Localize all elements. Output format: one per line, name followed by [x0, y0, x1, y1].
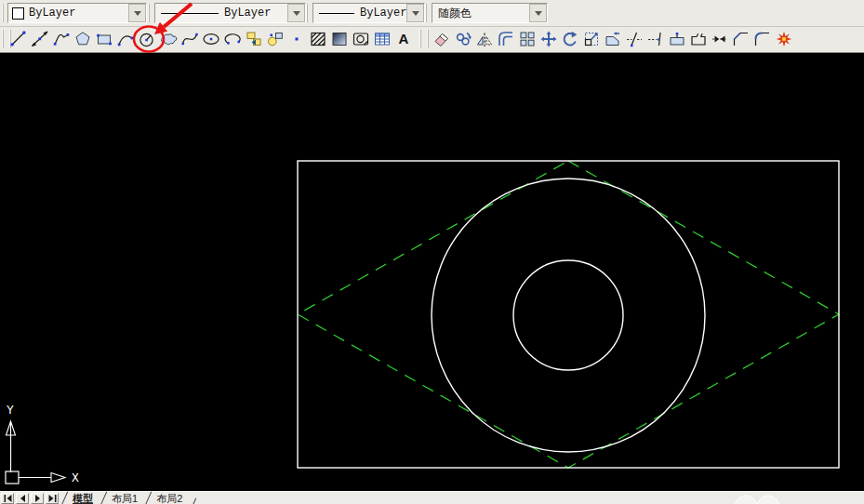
- table-icon: [376, 33, 390, 45]
- tool-break-at-point[interactable]: [667, 28, 687, 50]
- tool-polygon[interactable]: [73, 28, 93, 50]
- tool-gradient[interactable]: [329, 28, 350, 50]
- drawn-diamond[interactable]: [298, 161, 839, 468]
- tool-stretch[interactable]: [603, 28, 623, 50]
- tool-circle[interactable]: [137, 28, 157, 50]
- tools-toolbar-row: A: [0, 27, 864, 53]
- tab-navigation-buttons: [0, 493, 60, 504]
- tab-layout2[interactable]: 布局2: [147, 492, 192, 504]
- tool-trim[interactable]: [624, 28, 645, 50]
- tool-mirror[interactable]: [474, 28, 495, 50]
- tool-copy[interactable]: [453, 28, 473, 50]
- tool-array[interactable]: [517, 28, 538, 50]
- tab-model[interactable]: 模型: [63, 492, 102, 504]
- tool-explode[interactable]: [774, 28, 794, 50]
- tool-rectangle[interactable]: [94, 28, 114, 50]
- tool-spline[interactable]: [179, 28, 200, 50]
- gradient-icon: [333, 33, 346, 46]
- tool-erase[interactable]: [432, 28, 452, 50]
- tool-join[interactable]: [710, 28, 730, 50]
- color-swatch: [12, 7, 24, 20]
- tool-offset[interactable]: [496, 28, 516, 50]
- chevron-down-icon[interactable]: [287, 4, 305, 22]
- tool-scale[interactable]: [581, 28, 602, 50]
- arc-icon: [118, 36, 133, 46]
- previous-tab-button[interactable]: [16, 493, 29, 504]
- drawn-rectangle[interactable]: [298, 161, 839, 468]
- tool-extend[interactable]: [645, 28, 666, 50]
- color-control-dropdown[interactable]: ByLayer: [7, 3, 147, 23]
- break-at-point-icon: [671, 33, 684, 45]
- make-block-icon: [269, 33, 283, 46]
- tab-layout1[interactable]: 布局1: [102, 492, 147, 504]
- lineweight-sample: [319, 13, 354, 14]
- ellipse-icon: [204, 34, 219, 45]
- tool-insert-block[interactable]: [244, 28, 264, 50]
- spline-icon: [182, 33, 198, 45]
- next-tab-icon: [35, 495, 40, 502]
- line-icon: [11, 32, 26, 46]
- extend-icon: [648, 33, 660, 46]
- last-tab-button[interactable]: [46, 493, 59, 504]
- tool-chamfer[interactable]: [731, 28, 751, 50]
- chevron-down-icon[interactable]: [128, 4, 146, 22]
- first-tab-button[interactable]: [1, 493, 14, 504]
- tool-move[interactable]: [538, 28, 559, 50]
- tool-make-block[interactable]: [265, 28, 286, 50]
- scale-icon: [586, 33, 598, 45]
- tool-multiline-text[interactable]: A: [393, 28, 414, 50]
- layout-tab-bar: 模型布局1布局2: [0, 491, 864, 504]
- tool-break[interactable]: [688, 28, 709, 50]
- array-icon: [521, 33, 534, 46]
- tool-fillet[interactable]: [752, 28, 773, 50]
- explode-icon: [777, 32, 791, 46]
- svg-text:A: A: [399, 31, 409, 46]
- drawing-canvas[interactable]: Y X: [0, 53, 864, 491]
- chevron-down-icon[interactable]: [529, 4, 547, 22]
- tool-hatch[interactable]: [308, 28, 328, 50]
- circle-icon: [140, 33, 153, 46]
- drawn-outer-circle[interactable]: [432, 179, 705, 452]
- tool-region[interactable]: [351, 28, 371, 50]
- erase-icon: [435, 34, 448, 46]
- construction-line-icon: [32, 32, 48, 47]
- drawn-inner-circle[interactable]: [513, 260, 623, 370]
- toolbar-grip[interactable]: [419, 30, 429, 48]
- first-tab-icon: [4, 495, 11, 502]
- copy-icon: [458, 33, 472, 45]
- watermark: [720, 492, 785, 504]
- ucs-x-label: X: [72, 471, 79, 485]
- tool-polyline[interactable]: [51, 28, 72, 50]
- tool-construction-line[interactable]: [30, 28, 50, 50]
- tool-ellipse-arc[interactable]: [222, 28, 243, 50]
- next-tab-button[interactable]: [31, 493, 44, 504]
- chevron-down-icon[interactable]: [406, 4, 424, 22]
- tool-line[interactable]: [8, 28, 29, 50]
- revision-cloud-icon: [162, 34, 177, 45]
- hatch-icon: [312, 33, 325, 46]
- linetype-control-value: ByLayer: [224, 7, 287, 20]
- last-tab-icon: [48, 495, 56, 502]
- linetype-sample: [161, 13, 219, 14]
- linetype-control-dropdown[interactable]: ByLayer: [154, 3, 306, 23]
- plotstyle-control-dropdown[interactable]: 随颜色: [432, 3, 548, 23]
- tool-table[interactable]: [372, 28, 392, 50]
- tool-revision-cloud[interactable]: [158, 28, 179, 50]
- trim-icon: [627, 33, 642, 46]
- break-icon: [692, 33, 705, 45]
- polygon-icon: [76, 33, 89, 45]
- ellipse-arc-icon: [225, 34, 240, 45]
- rectangle-icon: [97, 34, 112, 46]
- multiline-text-icon: A: [399, 31, 409, 46]
- tool-arc[interactable]: [115, 28, 136, 50]
- tool-rotate[interactable]: [560, 28, 580, 50]
- tool-point[interactable]: [286, 28, 307, 50]
- stretch-icon: [606, 32, 619, 45]
- properties-toolbar: ByLayer ByLayer ByLayer 随颜色: [0, 0, 864, 27]
- plotstyle-control-value: 随颜色: [438, 6, 529, 21]
- lineweight-control-dropdown[interactable]: ByLayer: [312, 3, 425, 23]
- tool-ellipse[interactable]: [201, 28, 221, 50]
- chamfer-icon: [735, 33, 749, 46]
- move-icon: [541, 32, 557, 47]
- ucs-y-label: Y: [7, 404, 14, 418]
